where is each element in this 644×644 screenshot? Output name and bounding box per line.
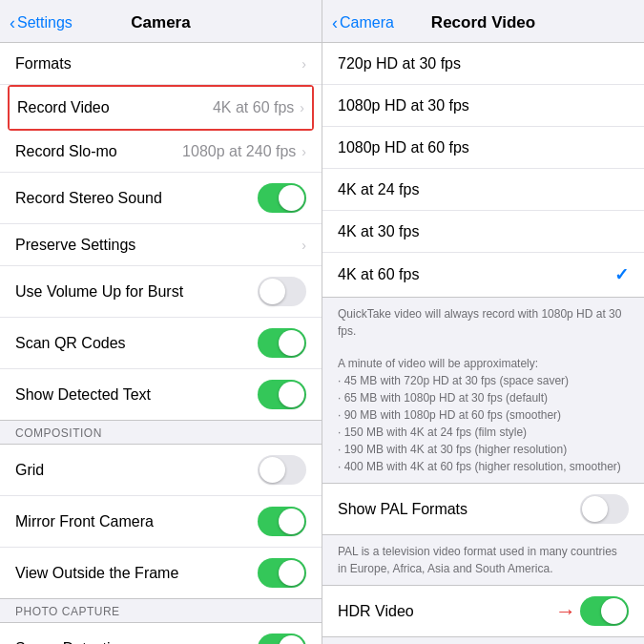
quality-section: 720p HD at 30 fps 1080p HD at 30 fps 108… [322, 42, 644, 298]
size-note: A minute of video will be approximately:… [322, 347, 644, 483]
left-nav-bar: ‹ Settings Camera [0, 0, 322, 42]
right-back-chevron: ‹ [332, 13, 338, 33]
top-section: Formats › Record Video 4K at 60 fps › Re… [0, 42, 322, 421]
record-slomo-current: 1080p at 240 fps [182, 143, 296, 160]
selected-checkmark: ✓ [614, 264, 629, 285]
record-video-row[interactable]: Record Video 4K at 60 fps › [10, 87, 312, 129]
volume-burst-label: Use Volume Up for Burst [15, 283, 183, 301]
show-pal-knob [582, 496, 608, 522]
show-detected-text-row[interactable]: Show Detected Text [0, 369, 322, 420]
show-pal-label: Show PAL Formats [338, 501, 467, 518]
scan-qr-label: Scan QR Codes [15, 335, 126, 352]
record-slomo-row[interactable]: Record Slo-mo 1080p at 240 fps › [0, 131, 322, 173]
view-outside-toggle[interactable] [258, 558, 306, 588]
option-1080p60-label: 1080p HD at 60 fps [338, 139, 469, 156]
option-4k60[interactable]: 4K at 60 fps ✓ [322, 253, 644, 297]
left-back-label: Settings [17, 14, 73, 31]
left-back-button[interactable]: ‹ Settings [10, 13, 73, 33]
record-stereo-knob [279, 185, 304, 211]
option-1080p30-label: 1080p HD at 30 fps [338, 97, 469, 114]
right-nav-title: Record Video [431, 13, 535, 32]
mirror-front-knob [279, 509, 304, 534]
record-stereo-toggle[interactable] [258, 183, 306, 213]
volume-burst-knob [260, 279, 285, 304]
hdr-knob [601, 598, 627, 624]
preserve-settings-chevron: › [301, 238, 306, 253]
grid-label: Grid [15, 462, 44, 479]
scene-detection-knob [279, 635, 304, 644]
record-stereo-label: Record Stereo Sound [15, 190, 162, 207]
left-nav-title: Camera [131, 13, 190, 32]
left-back-chevron: ‹ [10, 13, 15, 33]
pal-section: Show PAL Formats [322, 483, 644, 535]
option-4k24[interactable]: 4K at 24 fps [322, 169, 644, 211]
view-outside-knob [279, 560, 304, 586]
photo-capture-header: PHOTO CAPTURE [0, 599, 322, 622]
volume-burst-row[interactable]: Use Volume Up for Burst [0, 266, 322, 318]
hdr-label: HDR Video [338, 603, 414, 620]
scan-qr-toggle[interactable] [258, 328, 306, 358]
mirror-front-toggle[interactable] [258, 507, 306, 536]
hdr-right: → [555, 596, 629, 626]
hdr-toggle[interactable] [580, 596, 629, 626]
record-video-label: Record Video [17, 99, 110, 116]
hdr-arrow-icon: → [555, 599, 576, 624]
scan-qr-knob [279, 330, 304, 356]
scene-detection-toggle[interactable] [258, 634, 306, 644]
photo-capture-section: Scene Detection [0, 622, 322, 644]
view-outside-row[interactable]: View Outside the Frame [0, 548, 322, 598]
record-video-chevron: › [300, 100, 304, 115]
grid-toggle[interactable] [258, 455, 306, 485]
grid-row[interactable]: Grid [0, 445, 322, 496]
record-video-value: 4K at 60 fps › [213, 99, 304, 116]
mirror-front-label: Mirror Front Camera [15, 513, 154, 530]
option-4k30-label: 4K at 30 fps [338, 223, 419, 240]
show-pal-toggle[interactable] [580, 494, 629, 524]
composition-header: COMPOSITION [0, 421, 322, 444]
right-nav-bar: ‹ Camera Record Video [322, 0, 644, 42]
show-pal-row[interactable]: Show PAL Formats [322, 484, 644, 534]
option-720p30-label: 720p HD at 30 fps [338, 55, 461, 73]
record-slomo-value: 1080p at 240 fps › [182, 143, 306, 160]
option-4k30[interactable]: 4K at 30 fps [322, 211, 644, 253]
preserve-settings-label: Preserve Settings [15, 237, 135, 254]
record-video-current: 4K at 60 fps [213, 99, 294, 116]
record-stereo-row[interactable]: Record Stereo Sound [0, 173, 322, 224]
formats-chevron: › [301, 56, 306, 72]
pal-note: PAL is a television video format used in… [322, 535, 644, 585]
hdr-note: Record up to 30 fps video in 10-bit high… [322, 637, 644, 644]
preserve-settings-row[interactable]: Preserve Settings › [0, 224, 322, 266]
grid-knob [260, 457, 285, 483]
option-1080p30[interactable]: 1080p HD at 30 fps [322, 85, 644, 127]
show-detected-text-toggle[interactable] [258, 380, 306, 409]
option-4k24-label: 4K at 24 fps [338, 181, 419, 198]
scan-qr-row[interactable]: Scan QR Codes [0, 318, 322, 369]
composition-section: Grid Mirror Front Camera View Outside th… [0, 444, 322, 599]
scene-detection-row[interactable]: Scene Detection [0, 623, 322, 644]
formats-row[interactable]: Formats › [0, 43, 322, 85]
show-detected-text-knob [279, 382, 304, 407]
record-slomo-label: Record Slo-mo [15, 143, 117, 160]
right-back-label: Camera [340, 14, 394, 31]
option-720p30[interactable]: 720p HD at 30 fps [322, 43, 644, 85]
scene-detection-label: Scene Detection [15, 640, 127, 645]
volume-burst-toggle[interactable] [258, 277, 306, 306]
mirror-front-row[interactable]: Mirror Front Camera [0, 496, 322, 548]
hdr-row[interactable]: HDR Video → [322, 586, 644, 636]
right-back-button[interactable]: ‹ Camera [332, 13, 394, 33]
preserve-settings-value: › [301, 238, 306, 253]
view-outside-label: View Outside the Frame [15, 565, 178, 582]
option-4k60-label: 4K at 60 fps [338, 266, 419, 283]
hdr-section: HDR Video → [322, 585, 644, 637]
record-video-highlighted[interactable]: Record Video 4K at 60 fps › [8, 85, 314, 131]
left-panel: ‹ Settings Camera Formats › Record Video… [0, 0, 322, 644]
quicktake-note: QuickTake video will always record with … [322, 298, 644, 347]
record-slomo-chevron: › [301, 144, 306, 159]
option-1080p60[interactable]: 1080p HD at 60 fps [322, 127, 644, 169]
formats-label: Formats [15, 55, 72, 73]
show-detected-text-label: Show Detected Text [15, 386, 151, 404]
right-panel: ‹ Camera Record Video 720p HD at 30 fps … [322, 0, 644, 644]
formats-value: › [301, 56, 306, 72]
